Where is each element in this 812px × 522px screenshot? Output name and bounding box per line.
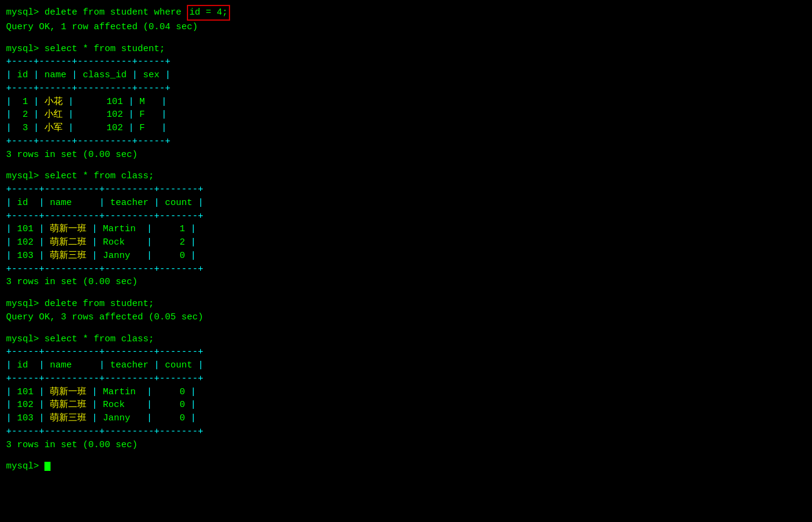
table3-border-top: +-----+----------+---------+-------+ (6, 346, 806, 359)
table3-row-2: | 102 | 萌新二班 | Rock | 0 | (6, 398, 806, 412)
command-line-2: mysql> select * from student; (6, 43, 806, 56)
table1-border-top: +----+------+----------+-----+ (6, 55, 806, 69)
table3-row-3: | 103 | 萌新三班 | Janny | 0 | (6, 412, 806, 425)
table3-footer: 3 rows in set (0.00 sec) (6, 439, 806, 452)
table1-border-bot: +----+------+----------+-----+ (6, 135, 806, 148)
table3-border-mid: +-----+----------+---------+-------+ (6, 372, 806, 386)
command-line-5: mysql> select * from class; (6, 333, 806, 346)
table2-border-top: +-----+----------+---------+-------+ (6, 183, 806, 197)
command-line-4: mysql> delete from student; (6, 298, 806, 311)
prompt-3: mysql> (6, 171, 44, 181)
prompt-1: mysql> (6, 7, 44, 18)
final-prompt-line: mysql> (6, 460, 806, 473)
table1-row-1: | 1 | 小花 | 101 | M | (6, 96, 806, 109)
table1-footer: 3 rows in set (0.00 sec) (6, 148, 806, 162)
table2-border-mid: +-----+----------+---------+-------+ (6, 210, 806, 223)
table1-header: | id | name | class_id | sex | (6, 69, 806, 82)
table2-border-bot: +-----+----------+---------+-------+ (6, 263, 806, 276)
table2-row-3: | 103 | 萌新三班 | Janny | 0 | (6, 249, 806, 263)
cmd-3: select * from class; (44, 171, 154, 181)
table3-header: | id | name | teacher | count | (6, 359, 806, 372)
highlighted-cmd-1: id = 4; (187, 5, 230, 21)
result-line-1: Query OK, 1 row affected (0.04 sec) (6, 21, 806, 34)
cmd-5: select * from class; (44, 334, 154, 344)
command-line-1: mysql> delete from student where id = 4; (6, 5, 806, 21)
table2-row-1: | 101 | 萌新一班 | Martin | 1 | (6, 223, 806, 236)
prompt-2: mysql> (6, 44, 44, 54)
command-line-3: mysql> select * from class; (6, 170, 806, 183)
result-line-4: Query OK, 3 rows affected (0.05 sec) (6, 311, 806, 324)
table1-border-mid: +----+------+----------+-----+ (6, 82, 806, 96)
table3-row-1: | 101 | 萌新一班 | Martin | 0 | (6, 386, 806, 399)
cmd-2: select * from student; (44, 44, 165, 54)
prompt-5: mysql> (6, 334, 44, 344)
table2-row-2: | 102 | 萌新二班 | Rock | 2 | (6, 236, 806, 249)
table1-row-3: | 3 | 小军 | 102 | F | (6, 122, 806, 135)
table1-row-2: | 2 | 小红 | 102 | F | (6, 108, 806, 122)
prompt-4: mysql> (6, 299, 44, 309)
table2-header: | id | name | teacher | count | (6, 197, 806, 210)
table2-footer: 3 rows in set (0.00 sec) (6, 276, 806, 289)
table3-border-bot: +-----+----------+---------+-------+ (6, 425, 806, 439)
cursor (44, 462, 51, 471)
terminal: mysql> delete from student where id = 4;… (6, 5, 806, 473)
prompt-6: mysql> (6, 461, 44, 472)
cmd-4: delete from student; (44, 299, 154, 309)
cmd-1: delete from student where (44, 7, 187, 18)
